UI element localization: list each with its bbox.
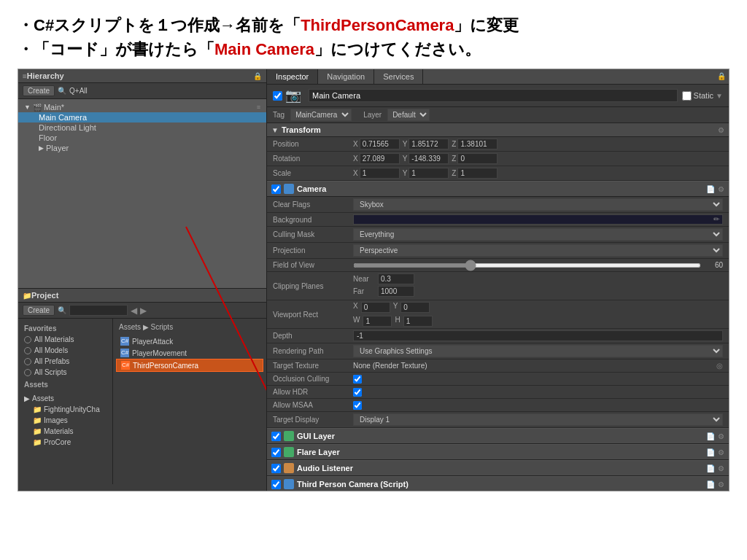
tab-spacer (423, 69, 714, 84)
pos-x-input[interactable] (360, 139, 400, 149)
flare-settings-icon[interactable]: ⚙ (718, 448, 724, 456)
camera-enabled-checkbox[interactable] (271, 184, 281, 194)
project-title: Project (31, 291, 58, 300)
script-component-header[interactable]: Third Person Camera (Script) 📄 ⚙ (267, 476, 729, 491)
tab-inspector[interactable]: Inspector (267, 69, 318, 84)
fav-icon (24, 336, 31, 343)
allow-hdr-checkbox[interactable] (353, 388, 362, 397)
clear-flags-select[interactable]: Skybox (353, 198, 723, 211)
player-item[interactable]: ▶ Player (18, 143, 266, 153)
vp-y-label: Y (393, 302, 398, 313)
fighting-unity-item[interactable]: 📁 FightingUnityCha (21, 404, 109, 415)
audio-ref-icon[interactable]: 📄 (706, 464, 715, 472)
transform-section-header[interactable]: ▼ Transform ⚙ (267, 123, 729, 137)
materials-item[interactable]: 📁 Materials (21, 426, 109, 437)
far-input[interactable] (378, 286, 414, 297)
floor-item[interactable]: Floor (18, 133, 266, 143)
depth-input[interactable] (353, 330, 723, 341)
inspector-lock-icon[interactable]: 🔒 (714, 69, 729, 84)
audio-settings-icon[interactable]: ⚙ (718, 464, 724, 472)
vp-y-input[interactable] (400, 302, 430, 313)
static-dropdown-arrow[interactable]: ▼ (716, 92, 723, 100)
gui-layer-header[interactable]: GUI Layer 📄 ⚙ (267, 428, 729, 444)
pos-x-item: X (353, 139, 400, 149)
camera-section-header[interactable]: Camera 📄 ⚙ (267, 181, 729, 197)
audio-listener-checkbox[interactable] (271, 464, 281, 473)
project-create-btn[interactable]: Create (23, 305, 55, 316)
hierarchy-title: Hierarchy (27, 71, 64, 80)
gui-layer-checkbox[interactable] (271, 432, 281, 441)
transform-body: Position X Y Z Rota (267, 137, 729, 181)
assets-main[interactable]: ▶ Assets (21, 393, 109, 404)
script-enabled-checkbox[interactable] (271, 480, 281, 489)
favorites-label: Favorites (18, 322, 112, 334)
directional-light-item[interactable]: Directional Light (18, 122, 266, 133)
thirdpersoncamera-script[interactable]: C# ThirdPersonCamera (116, 359, 263, 372)
tag-select[interactable]: MainCamera (290, 109, 352, 121)
camera-icon (284, 184, 294, 194)
project-nav-back[interactable]: ◀ (131, 306, 137, 316)
position-row: Position X Y Z (267, 137, 729, 152)
flare-ref-icon[interactable]: 📄 (706, 448, 715, 456)
hierarchy-create-btn[interactable]: Create (23, 85, 55, 96)
rendering-path-select[interactable]: Use Graphics Settings (353, 345, 723, 357)
camera-ref-icon[interactable]: 📄 (706, 185, 715, 193)
fav-all-materials[interactable]: All Materials (18, 334, 112, 345)
gui-settings-icon[interactable]: ⚙ (718, 432, 724, 440)
layer-select[interactable]: Default (387, 109, 430, 121)
playerattack-script[interactable]: C# PlayerAttack (116, 335, 263, 347)
header-line1: ・C#スクリプトを１つ作成→名前を「ThirdPersonCamera」に変更 (18, 13, 729, 37)
script-settings-icon[interactable]: ⚙ (718, 481, 724, 489)
projection-select[interactable]: Perspective (353, 244, 723, 257)
rotation-xyz: X Y Z (353, 153, 723, 164)
pos-z-input[interactable] (457, 139, 498, 149)
audio-listener-header[interactable]: Audio Listener 📄 ⚙ (267, 460, 729, 476)
occlusion-checkbox[interactable] (353, 375, 362, 384)
camera-settings-icon[interactable]: ⚙ (718, 185, 724, 193)
gui-ref-icon[interactable]: 📄 (706, 432, 715, 440)
fav-all-models[interactable]: All Models (18, 345, 112, 356)
vp-x-input[interactable] (361, 302, 390, 313)
procore-item[interactable]: 📁 ProCore (21, 437, 109, 448)
target-display-select[interactable]: Display 1 (353, 413, 723, 426)
rot-x-input[interactable] (360, 153, 400, 164)
fov-slider[interactable] (353, 263, 701, 268)
pos-y-input[interactable] (409, 139, 449, 149)
active-checkbox[interactable] (273, 91, 282, 101)
vp-w-input[interactable] (363, 316, 392, 327)
flare-layer-checkbox[interactable] (271, 448, 281, 457)
allow-msaa-checkbox[interactable] (353, 401, 362, 410)
scene-icon: 🎬 (33, 104, 42, 112)
static-checkbox[interactable] (682, 91, 692, 101)
target-texture-picker-icon[interactable]: ◎ (716, 362, 723, 370)
playermovement-script[interactable]: C# PlayerMovement (116, 347, 263, 359)
near-input[interactable] (378, 273, 414, 284)
rot-y-input[interactable] (409, 153, 449, 164)
background-color-picker[interactable]: ✏ (353, 214, 723, 225)
culling-mask-select[interactable]: Everything (353, 228, 723, 241)
vp-w-label: W (353, 316, 360, 327)
rot-z-input[interactable] (457, 153, 498, 164)
tab-navigation[interactable]: Navigation (318, 69, 374, 84)
scene-root[interactable]: ▼ 🎬 Main* ≡ (18, 102, 266, 112)
clipping-planes-row: Clipping Planes Near Far (267, 272, 729, 300)
gui-layer-icon (284, 431, 294, 441)
tab-services[interactable]: Services (374, 69, 423, 84)
fav-all-scripts[interactable]: All Scripts (18, 367, 112, 378)
vp-h-input[interactable] (403, 316, 433, 327)
scale-y-input[interactable] (409, 168, 449, 179)
project-search-input[interactable] (69, 305, 128, 316)
flare-layer-header[interactable]: Flare Layer 📄 ⚙ (267, 444, 729, 460)
search-all-btn[interactable]: Q+All (69, 87, 88, 95)
scale-x-input[interactable] (360, 168, 400, 179)
viewport-wh: W H (353, 316, 723, 327)
object-name-input[interactable] (309, 89, 678, 102)
scale-z-input[interactable] (457, 168, 498, 179)
main-camera-item[interactable]: Main Camera (18, 112, 266, 122)
transform-settings-icon[interactable]: ⚙ (718, 126, 724, 134)
images-item[interactable]: 📁 Images (21, 415, 109, 426)
project-nav-fwd[interactable]: ▶ (140, 306, 147, 316)
fav-all-prefabs[interactable]: All Prefabs (18, 356, 112, 367)
background-eyedropper[interactable]: ✏ (711, 215, 722, 223)
script-ref-icon[interactable]: 📄 (706, 481, 715, 489)
